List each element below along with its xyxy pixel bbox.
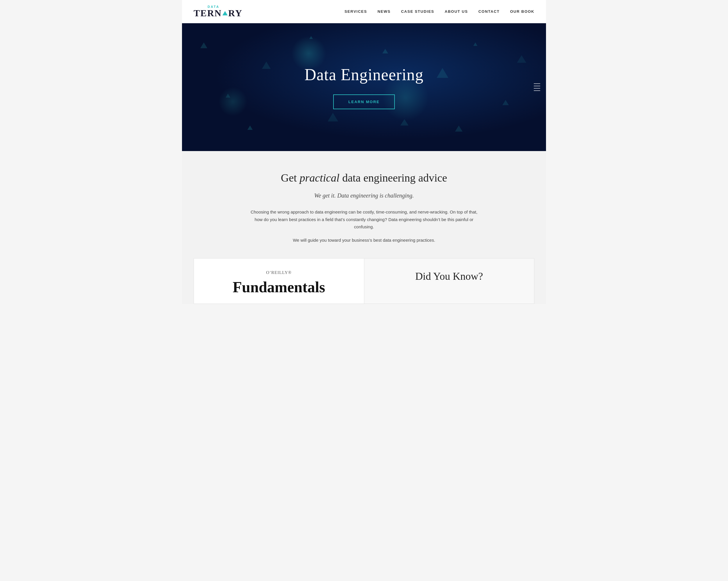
- scroll-line-3: [534, 88, 540, 89]
- hero-section: Data Engineering LEARN MORE: [182, 23, 546, 151]
- logo-tern: TERN: [193, 8, 222, 18]
- main-nav: SERVICES NEWS CASE STUDIES ABOUT US CONT…: [344, 9, 535, 13]
- site-header: DATA TERN RY SERVICES NEWS CASE STUDIES …: [182, 0, 546, 23]
- logo[interactable]: DATA TERN RY: [193, 5, 242, 18]
- nav-news[interactable]: NEWS: [378, 9, 390, 13]
- scroll-line-1: [534, 83, 540, 84]
- section-body: Choosing the wrong approach to data engi…: [248, 208, 480, 231]
- hero-title: Data Engineering: [304, 65, 423, 84]
- scroll-indicators: [534, 83, 540, 91]
- nav-about-us[interactable]: ABOUT US: [445, 9, 468, 13]
- nav-our-book[interactable]: OUR BOOK: [510, 9, 535, 13]
- heading-italic: practical: [300, 172, 339, 184]
- did-you-know-heading: Did You Know?: [376, 270, 523, 282]
- logo-ternary-text: TERN RY: [193, 8, 242, 18]
- card-book: O’REILLY® Fundamentals: [193, 258, 364, 304]
- scroll-line-2: [534, 86, 540, 86]
- nav-case-studies[interactable]: CASE STUDIES: [401, 9, 434, 13]
- nav-services[interactable]: SERVICES: [344, 9, 367, 13]
- section-heading: Get practical data engineering advice: [193, 171, 535, 184]
- logo-triangle-icon: [223, 11, 228, 16]
- logo-ry: RY: [228, 8, 242, 18]
- heading-pre: Get: [281, 172, 300, 184]
- hero-content: Data Engineering LEARN MORE: [304, 65, 423, 109]
- heading-post: data engineering advice: [340, 172, 447, 184]
- book-title: Fundamentals: [206, 280, 353, 295]
- nav-contact[interactable]: CONTACT: [478, 9, 499, 13]
- scroll-line-4: [534, 90, 540, 91]
- oreilly-logo: O’REILLY®: [206, 270, 353, 275]
- section-guide: We will guide you toward your business’s…: [248, 237, 480, 244]
- card-did-you-know: Did You Know?: [364, 258, 535, 304]
- learn-more-button[interactable]: LEARN MORE: [333, 94, 394, 109]
- cards-row: O’REILLY® Fundamentals Did You Know?: [193, 258, 535, 304]
- content-section: Get practical data engineering advice We…: [182, 151, 546, 304]
- section-subheading: We get it. Data engineering is challengi…: [193, 192, 535, 199]
